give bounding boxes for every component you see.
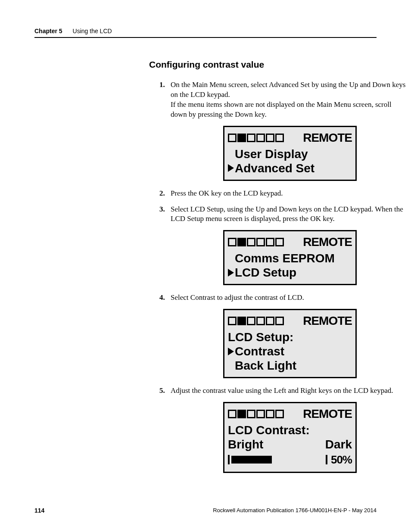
status-box (256, 317, 265, 325)
status-box (256, 410, 265, 418)
status-boxes (228, 410, 284, 418)
status-box (228, 238, 237, 246)
status-box (247, 410, 255, 418)
caret-icon (228, 348, 234, 355)
contrast-bar-row: 50% (228, 452, 352, 467)
lcd-row-text: LCD Contrast: (228, 423, 310, 437)
caret-icon (228, 269, 234, 277)
lcd-row-text: LCD Setup (235, 265, 296, 280)
lcd-row: LCD Setup (228, 265, 352, 280)
lcd-row: Advanced Set (228, 161, 352, 175)
step-text: Press the OK key on the LCD keypad. (171, 189, 409, 199)
lcd-row: Comms EEPROM (228, 251, 352, 265)
publication-info: Rockwell Automation Publication 1766-UM0… (213, 507, 377, 514)
lcd-row-text: LCD Setup: (228, 330, 293, 344)
status-boxes (228, 317, 284, 325)
contrast-left-label: Bright (228, 437, 263, 451)
lcd-screen: REMOTELCD Setup:ContrastBack Light (223, 309, 357, 378)
status-boxes (228, 238, 284, 246)
status-box (275, 317, 284, 325)
running-header: Chapter 5 Using the LCD (34, 28, 377, 38)
page-number: 114 (34, 507, 44, 514)
step-text: Adjust the contrast value using the Left… (171, 386, 409, 396)
lcd-row-text: Comms EEPROM (235, 251, 335, 265)
lcd-row-text: Back Light (235, 358, 296, 373)
status-box (266, 410, 274, 418)
lcd-row-text: Contrast (235, 344, 284, 358)
status-box (275, 410, 284, 418)
contrast-labels: BrightDark (228, 437, 352, 451)
contrast-fill (231, 456, 272, 464)
lcd-row: Back Light (228, 358, 352, 373)
status-box (228, 134, 237, 142)
lcd-screen: REMOTELCD Contrast:BrightDark50% (223, 402, 357, 473)
remote-label: REMOTE (303, 406, 352, 422)
caret-icon (228, 164, 234, 172)
lcd-row-text: Advanced Set (235, 161, 314, 175)
lcd-row: Contrast (228, 344, 352, 358)
step-item: Select Contrast to adjust the contrast o… (159, 293, 409, 378)
status-box (256, 238, 265, 246)
lcd-row: LCD Contrast: (228, 423, 352, 437)
remote-label: REMOTE (303, 130, 352, 146)
steps-list: On the Main Menu screen, select Advanced… (159, 80, 409, 473)
step-text: Select Contrast to adjust the contrast o… (171, 293, 409, 303)
contrast-percent: 50% (331, 452, 352, 467)
status-box (266, 134, 274, 142)
remote-label: REMOTE (303, 313, 352, 329)
status-box (275, 238, 284, 246)
status-box (247, 134, 255, 142)
step-text: On the Main Menu screen, select Advanced… (171, 80, 409, 100)
lcd-row: LCD Setup: (228, 330, 352, 344)
contrast-right-label: Dark (325, 437, 352, 451)
lcd-screen: REMOTEComms EEPROMLCD Setup (223, 230, 357, 285)
content-column: On the Main Menu screen, select Advanced… (159, 80, 409, 473)
status-boxes (228, 134, 284, 142)
status-box (237, 134, 246, 142)
chapter-label: Chapter 5 (34, 28, 62, 34)
lcd-row-text: User Display (235, 147, 308, 161)
status-box (247, 238, 255, 246)
remote-label: REMOTE (303, 234, 352, 250)
page-footer: 114 Rockwell Automation Publication 1766… (34, 507, 377, 514)
lcd-screen: REMOTEUser DisplayAdvanced Set (223, 126, 357, 181)
status-box (237, 410, 246, 418)
step-item: Press the OK key on the LCD keypad. (159, 189, 409, 199)
status-box (228, 410, 237, 418)
step-extra-text: If the menu items shown are not displaye… (171, 100, 409, 120)
chapter-title: Using the LCD (73, 28, 112, 34)
lcd-row: User Display (228, 147, 352, 161)
status-box (275, 134, 284, 142)
step-text: Select LCD Setup, using the Up and Down … (171, 205, 409, 224)
step-item: Select LCD Setup, using the Up and Down … (159, 205, 409, 286)
status-box (256, 134, 265, 142)
status-box (266, 317, 274, 325)
status-box (237, 317, 246, 325)
contrast-track (228, 455, 327, 464)
status-box (266, 238, 274, 246)
step-item: On the Main Menu screen, select Advanced… (159, 80, 409, 181)
status-box (247, 317, 255, 325)
status-box (228, 317, 237, 325)
section-title: Configuring contrast value (149, 59, 377, 70)
step-item: Adjust the contrast value using the Left… (159, 386, 409, 473)
status-box (237, 238, 246, 246)
